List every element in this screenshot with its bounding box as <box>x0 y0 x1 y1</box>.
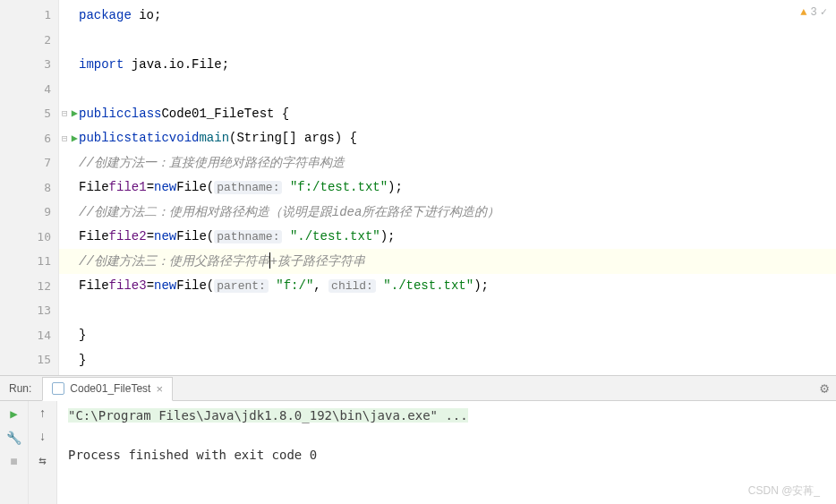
gutter-row[interactable]: 4 <box>0 77 58 102</box>
code-line[interactable] <box>59 298 836 323</box>
code-line[interactable]: } <box>59 323 836 348</box>
param-hint: pathname: <box>214 230 282 243</box>
code-line[interactable]: ⊟ public static void main(String[] args)… <box>59 126 836 151</box>
code-line[interactable]: import java.io.File; <box>59 52 836 77</box>
line-gutter: 1 2 3 4 5▶ 6▶ 7 8 9 10 11 12 13 14 15 <box>0 0 59 375</box>
line-number: 15 <box>37 353 51 366</box>
exit-message: Process finished with exit code 0 <box>68 448 825 462</box>
close-icon[interactable]: × <box>156 382 163 396</box>
line-number: 14 <box>37 329 51 342</box>
code-line[interactable] <box>59 28 836 53</box>
run-tab[interactable]: Code01_FileTest × <box>42 377 173 401</box>
gutter-row[interactable]: 8 <box>0 175 58 201</box>
code-line[interactable]: File file1=new File( pathname: "f:/test.… <box>59 175 836 201</box>
param-hint: child: <box>328 279 376 293</box>
gutter-row[interactable]: 11 <box>0 249 58 274</box>
gutter-row[interactable]: 10 <box>0 225 58 250</box>
gutter-row[interactable]: 2 <box>0 28 58 53</box>
code-line[interactable] <box>59 77 836 102</box>
run-toolbar-secondary: ↑ ↓ ⇆ <box>29 401 57 504</box>
gutter-row[interactable]: 9 <box>0 200 58 225</box>
line-number: 7 <box>44 156 51 169</box>
run-body: ▶ 🔧 ■ ↑ ↓ ⇆ "C:\Program Files\Java\jdk1.… <box>0 401 836 504</box>
rerun-button[interactable]: ▶ <box>10 406 17 422</box>
editor-area: 1 2 3 4 5▶ 6▶ 7 8 9 10 11 12 13 14 15 ▲ … <box>0 0 836 375</box>
code-line[interactable]: package io; <box>59 3 836 28</box>
line-number: 5 <box>44 107 51 120</box>
gutter-row[interactable]: 13 <box>0 298 58 323</box>
line-number: 11 <box>37 254 51 268</box>
line-number: 10 <box>37 230 51 243</box>
fold-icon[interactable]: ⊟ <box>62 126 68 151</box>
line-number: 2 <box>44 33 51 47</box>
param-hint: pathname: <box>214 181 282 194</box>
console-output[interactable]: "C:\Program Files\Java\jdk1.8.0_192\bin\… <box>57 401 836 504</box>
run-config-icon <box>52 382 64 395</box>
code-line[interactable]: File file3=new File( parent: "f:/", chil… <box>59 274 836 299</box>
warning-icon: ▲ <box>800 6 806 19</box>
up-icon[interactable]: ↑ <box>38 406 46 421</box>
fold-icon[interactable]: ⊟ <box>62 101 68 126</box>
line-number: 6 <box>44 132 51 145</box>
code-line[interactable]: } <box>59 347 836 372</box>
line-number: 13 <box>37 303 51 317</box>
warning-count: 3 <box>811 6 817 19</box>
code-line[interactable]: //创建方法二：使用相对路径构造（说明是跟idea所在路径下进行构造的） <box>59 200 836 225</box>
wrench-icon[interactable]: 🔧 <box>6 431 21 446</box>
line-number: 1 <box>44 8 51 21</box>
gutter-row[interactable]: 15 <box>0 347 58 372</box>
code-pane[interactable]: ▲ 3 ✓ package io; import java.io.File; ⊟… <box>59 0 836 375</box>
run-toolbar-primary: ▶ 🔧 ■ <box>0 401 29 504</box>
code-line[interactable]: ⊟public class Code01_FileTest { <box>59 101 836 126</box>
param-hint: parent: <box>214 279 269 293</box>
run-panel: Run: Code01_FileTest × ⚙ ▶ 🔧 ■ ↑ ↓ ⇆ "C:… <box>0 375 836 504</box>
gutter-row[interactable]: 7 <box>0 150 58 175</box>
code-line[interactable]: File file2=new File( pathname: "./test.t… <box>59 225 836 250</box>
line-number: 12 <box>37 279 51 293</box>
code-line[interactable]: //创建方法一：直接使用绝对路径的字符串构造 <box>59 150 836 175</box>
down-icon[interactable]: ↓ <box>38 430 46 444</box>
command-line: "C:\Program Files\Java\jdk1.8.0_192\bin\… <box>68 408 468 423</box>
stop-button[interactable]: ■ <box>10 455 17 469</box>
line-number: 4 <box>44 82 51 96</box>
code-line-active[interactable]: //创建方法三：使用父路径字符串+孩子路径字符串 <box>59 249 836 274</box>
watermark: CSDN @安苒_ <box>748 483 820 499</box>
line-number: 3 <box>44 57 51 71</box>
line-number: 8 <box>44 181 51 194</box>
gutter-row[interactable]: 5▶ <box>0 101 58 126</box>
gutter-row[interactable]: 14 <box>0 323 58 348</box>
run-tab-label: Code01_FileTest <box>70 382 150 395</box>
chevron-icon: ✓ <box>821 5 827 19</box>
gutter-row[interactable]: 1 <box>0 3 58 28</box>
run-label: Run: <box>9 382 31 395</box>
gutter-row[interactable]: 3 <box>0 52 58 77</box>
gear-icon[interactable]: ⚙ <box>820 380 829 397</box>
run-tabs-bar: Run: Code01_FileTest × ⚙ <box>0 376 836 401</box>
gutter-row[interactable]: 12 <box>0 274 58 299</box>
gutter-row[interactable]: 6▶ <box>0 126 58 151</box>
line-number: 9 <box>44 205 51 218</box>
inspection-badge[interactable]: ▲ 3 ✓ <box>800 5 827 19</box>
soft-wrap-icon[interactable]: ⇆ <box>38 453 46 468</box>
